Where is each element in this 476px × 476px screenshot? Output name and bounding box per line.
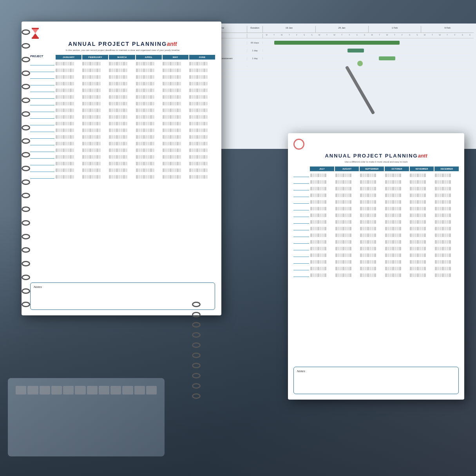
- month-jun: JUNE: [189, 55, 215, 60]
- left-notebook-content: ANNUAL PROJECT PLANNINGantt In this sect…: [22, 22, 221, 315]
- month-dec: DECEMBER: [434, 167, 459, 171]
- right-data-row: [293, 239, 459, 244]
- right-data-row: [293, 206, 459, 211]
- left-data-row: [30, 94, 215, 100]
- spiral-binding-center: [192, 302, 201, 399]
- right-data-row: [293, 232, 459, 238]
- left-data-row: [30, 134, 215, 139]
- gantt-date-4: 9 Feb: [421, 26, 474, 33]
- left-notebook-subtitle: In this section, you can record project …: [30, 49, 215, 52]
- hourglass-container: [30, 27, 215, 40]
- right-title-text: ANNUAL PROJECT PLANNING: [325, 153, 418, 159]
- gantt-day-labels: M T W T F S S M T W T F S S M T W T F S: [263, 34, 474, 38]
- left-data-row: [30, 81, 215, 86]
- month-jul: JULY: [310, 167, 334, 171]
- right-notes-label: Notes: [297, 369, 455, 373]
- month-jan: JANUARY: [56, 55, 81, 60]
- keyboard-keys: [16, 386, 157, 449]
- left-data-row: [30, 127, 215, 133]
- left-notes-box[interactable]: Notes: [30, 282, 215, 310]
- project-column-header: PROJECT: [30, 55, 56, 60]
- right-notebook: ANNUAL PROJECT PLANNINGantt Use a differ…: [288, 133, 464, 400]
- right-title-suffix: antt: [418, 153, 427, 159]
- right-data-row: [293, 172, 459, 178]
- left-notes-label: Notes: [34, 285, 212, 289]
- stamp-icon: [293, 139, 304, 150]
- right-data-row: [293, 252, 459, 258]
- spiral-binding-left: [22, 22, 33, 315]
- gantt-date-2: 25 Jan: [316, 26, 369, 33]
- month-header-row: PROJECT JANUARY FEBRUARY MARCH APRIL MAY…: [30, 55, 215, 60]
- right-data-row: [293, 186, 459, 191]
- month-nov: NOVEMBER: [410, 167, 434, 171]
- left-data-row: [30, 67, 215, 73]
- gantt-date-1: 19 Jan: [263, 26, 316, 33]
- left-data-row: [30, 147, 215, 153]
- left-data-row: [30, 114, 215, 119]
- left-data-row: [30, 174, 215, 179]
- right-data-row: [293, 272, 459, 278]
- month-aug: AUGUST: [335, 167, 359, 171]
- left-notebook-title: ANNUAL PROJECT PLANNINGantt: [30, 41, 215, 47]
- right-data-row: [293, 246, 459, 251]
- right-data-row: [293, 226, 459, 231]
- right-notes-box[interactable]: Notes: [293, 367, 459, 394]
- gantt-dates-header: 19 Jan 25 Jan 1 Feb 9 Feb: [263, 26, 474, 33]
- month-mar: MARCH: [109, 55, 135, 60]
- left-data-row: [30, 107, 215, 113]
- right-notebook-title: ANNUAL PROJECT PLANNINGantt: [293, 153, 459, 159]
- month-sep: SEPTEMBER: [360, 167, 384, 171]
- right-data-row: [293, 199, 459, 205]
- month-labels: JANUARY FEBRUARY MARCH APRIL MAY JUNE: [56, 55, 215, 60]
- left-data-row: [30, 141, 215, 146]
- month-oct: OCTOBER: [385, 167, 409, 171]
- hand-pen: [327, 39, 398, 137]
- right-data-row: [293, 266, 459, 271]
- title-text: ANNUAL PROJECT PLANNING: [68, 41, 167, 47]
- left-data-row: [30, 167, 215, 173]
- left-data-row: [30, 74, 215, 80]
- title-suffix: antt: [167, 41, 177, 47]
- left-data-row: [30, 121, 215, 126]
- right-notebook-subtitle: Use a different color to make it more vi…: [293, 160, 459, 163]
- right-notebook-content: ANNUAL PROJECT PLANNINGantt Use a differ…: [288, 133, 464, 400]
- month-apr: APRIL: [136, 55, 162, 60]
- right-data-row: [293, 212, 459, 218]
- data-rows-area: [30, 61, 215, 282]
- right-data-rows-area: [293, 172, 459, 367]
- left-data-row: [30, 87, 215, 93]
- left-notebook: ANNUAL PROJECT PLANNINGantt In this sect…: [22, 22, 221, 315]
- gantt-duration-header: Duration: [247, 26, 263, 33]
- month-feb: FEBRUARY: [82, 55, 108, 60]
- month-may: MAY: [163, 55, 188, 60]
- right-data-row: [293, 192, 459, 198]
- right-data-row: [293, 259, 459, 264]
- left-data-row: [30, 154, 215, 159]
- gantt-date-3: 1 Feb: [369, 26, 422, 33]
- right-month-header: JULY AUGUST SEPTEMBER OCTOBER NOVEMBER D…: [310, 167, 459, 171]
- right-data-row: [293, 179, 459, 185]
- left-data-row: [30, 101, 215, 106]
- right-data-row: [293, 219, 459, 224]
- stamp-container: [293, 139, 459, 151]
- left-data-row: [30, 161, 215, 166]
- left-data-row: [30, 61, 215, 66]
